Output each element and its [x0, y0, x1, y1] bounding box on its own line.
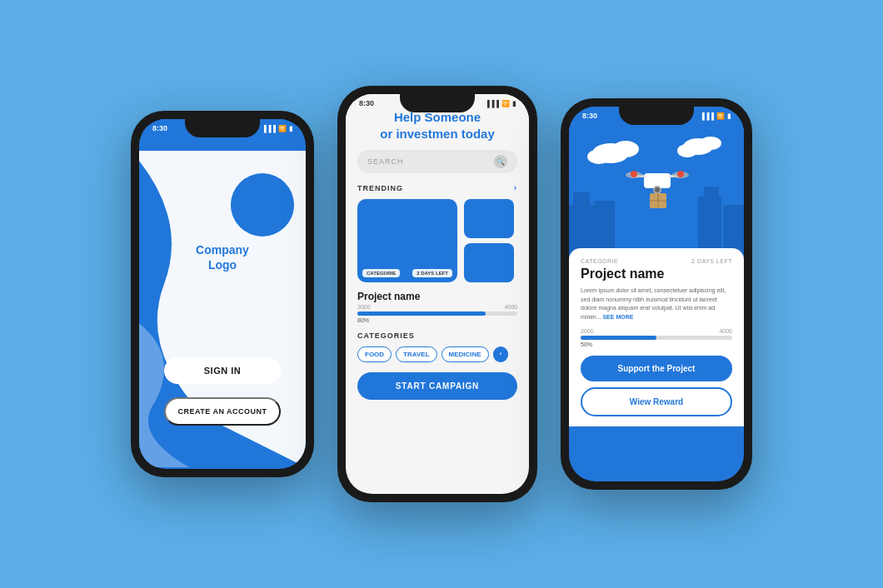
categories-label: CATEGORIES	[357, 331, 517, 340]
categorie-label: CATEGORIE	[581, 258, 618, 264]
wifi-icon: 🛜	[278, 125, 287, 132]
start-campaign-button[interactable]: START CAMPAIGN	[357, 372, 517, 400]
project-description: Lorem ipsum dolor sit amet, consectetuer…	[581, 287, 732, 321]
trending-section-label: TRENDING ›	[357, 183, 517, 192]
project-amounts-3: 2000 4000	[581, 328, 732, 334]
trending-card-main: CATEGORIE 2 DAYS LEFT	[357, 199, 457, 282]
phones-container: 8:30 ▐▐▐ 🛜 ▮ Company Logo	[106, 61, 777, 527]
card-badge-days: 2 DAYS LEFT	[412, 269, 452, 277]
see-more-link[interactable]: SEE MORE	[602, 314, 633, 320]
trending-card-sm-2	[464, 243, 514, 282]
phone-notch-3	[619, 107, 694, 125]
status-time-3: 8:30	[582, 112, 597, 120]
project-name-2: Project name	[357, 291, 517, 302]
main-content: Help Someone or investmen today SEARCH 🔍…	[346, 109, 529, 411]
login-content: Company Logo SIGN IN CREATE AN ACCOUNT	[139, 134, 306, 469]
sign-in-button[interactable]: SIGN IN	[164, 357, 281, 384]
svg-rect-5	[594, 201, 615, 255]
search-bar[interactable]: SEARCH 🔍	[357, 150, 517, 173]
svg-rect-8	[723, 205, 744, 255]
drone-scene	[569, 122, 744, 255]
search-placeholder: SEARCH	[367, 157, 404, 166]
battery-icon: ▮	[289, 125, 292, 132]
status-icons-3: ▐▐▐ 🛜 ▮	[700, 112, 731, 120]
svg-point-22	[631, 171, 637, 177]
phone-main: 8:30 ▐▐▐ 🛜 ▮ Help Someone or investmen t…	[337, 86, 537, 502]
days-left-label: 2 DAYS LEFT	[691, 258, 732, 264]
trending-arrow-icon: ›	[514, 183, 517, 192]
project-name-3: Project name	[581, 267, 732, 282]
category-tags: FOOD TRAVEL MEDICINE ›	[357, 346, 517, 362]
phone-notch-2	[400, 94, 475, 112]
support-button[interactable]: Support the Project	[581, 356, 732, 381]
svg-point-13	[700, 137, 721, 150]
category-food[interactable]: FOOD	[357, 346, 392, 362]
trending-cards: CATEGORIE 2 DAYS LEFT	[357, 199, 517, 282]
progress-bar-2	[357, 311, 517, 316]
category-medicine[interactable]: MEDICINE	[442, 346, 489, 362]
create-account-button[interactable]: CREATE AN ACCOUNT	[164, 397, 281, 426]
category-more[interactable]: ›	[493, 346, 509, 362]
phone-project: 8:30 ▐▐▐ 🛜 ▮	[561, 98, 752, 490]
status-time-1: 8:30	[152, 124, 167, 132]
svg-point-23	[677, 171, 684, 177]
amount-left-2: 3000	[357, 304, 371, 310]
signal-icon: ▐▐▐	[262, 125, 276, 132]
progress-fill-2	[357, 311, 486, 316]
signal-icon-2: ▐▐▐	[485, 100, 499, 107]
phone-notch	[185, 119, 260, 137]
company-logo-text: Company Logo	[196, 242, 249, 272]
signal-icon-3: ▐▐▐	[700, 112, 714, 120]
amount-left-3: 2000	[581, 328, 594, 334]
progress-fill-3	[581, 336, 656, 340]
status-time-2: 8:30	[359, 99, 374, 107]
svg-point-1	[231, 173, 294, 237]
svg-rect-7	[704, 187, 719, 255]
amount-right-3: 4000	[719, 328, 732, 334]
battery-icon-3: ▮	[727, 112, 731, 120]
svg-rect-4	[573, 192, 590, 255]
project-card: CATEGORIE 2 DAYS LEFT Project name Lorem…	[569, 248, 744, 426]
phone-login: 8:30 ▐▐▐ 🛜 ▮ Company Logo	[131, 111, 314, 477]
wiew-reward-button[interactable]: Wiew Reward	[581, 387, 732, 416]
progress-percent-2: 80%	[357, 317, 517, 323]
category-travel[interactable]: TRAVEL	[396, 346, 437, 362]
search-icon: 🔍	[494, 155, 507, 168]
progress-percent-3: 50%	[581, 341, 732, 347]
card-badge-categorie: CATEGORIE	[362, 269, 400, 277]
svg-point-17	[655, 187, 660, 192]
categorie-days-row: CATEGORIE 2 DAYS LEFT	[581, 258, 732, 264]
project-amounts-2: 3000 4000	[357, 304, 517, 310]
battery-icon-2: ▮	[512, 100, 516, 107]
status-icons-1: ▐▐▐ 🛜 ▮	[262, 125, 292, 132]
wifi-icon-2: 🛜	[501, 100, 510, 107]
status-icons-2: ▐▐▐ 🛜 ▮	[485, 100, 516, 107]
svg-point-11	[587, 149, 611, 164]
help-title: Help Someone or investmen today	[357, 109, 517, 142]
wifi-icon-3: 🛜	[716, 112, 725, 120]
svg-point-10	[612, 141, 639, 157]
trending-cards-small	[464, 199, 514, 282]
svg-point-14	[677, 144, 697, 157]
amount-right-2: 4000	[504, 304, 517, 310]
progress-bar-3	[581, 336, 732, 340]
trending-card-sm-1	[464, 199, 514, 238]
